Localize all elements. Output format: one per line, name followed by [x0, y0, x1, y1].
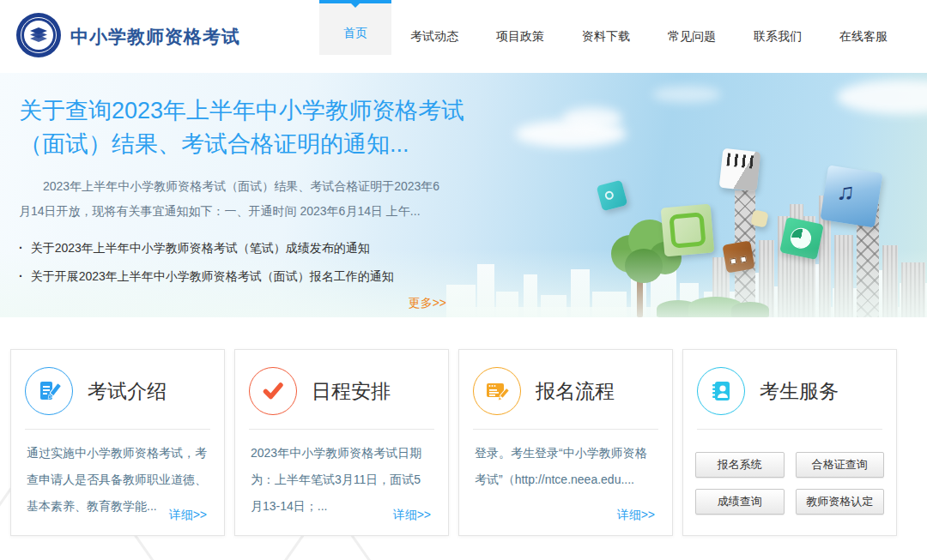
- contact-book-icon: [697, 367, 745, 415]
- card-schedule: 日程安排 2023年中小学教师资格考试日期为：上半年笔试3月11日，面试5月13…: [234, 349, 449, 536]
- nav-item-faq[interactable]: 常见问题: [649, 0, 735, 73]
- nav-item-policies[interactable]: 项目政策: [477, 0, 563, 73]
- teacher-certification-button[interactable]: 教师资格认定: [796, 489, 885, 515]
- news-link[interactable]: 关于开展2023年上半年中小学教师资格考试（面试）报名工作的通知: [19, 262, 470, 291]
- more-link[interactable]: 更多>>: [409, 296, 446, 310]
- pencil-document-icon: [25, 367, 73, 415]
- checkmark-icon: [249, 367, 297, 415]
- hero-news-list: 关于2023年上半年中小学教师资格考试（笔试）成绩发布的通知 关于开展2023年…: [19, 234, 470, 291]
- news-link[interactable]: 关于2023年上半年中小学教师资格考试（笔试）成绩发布的通知: [19, 234, 470, 262]
- registration-system-button[interactable]: 报名系统: [695, 452, 785, 478]
- nav-item-contact[interactable]: 联系我们: [735, 0, 821, 73]
- detail-link[interactable]: 详细>>: [393, 508, 431, 523]
- divider: [697, 429, 882, 430]
- cloud: [652, 86, 721, 103]
- card-title: 考生服务: [760, 378, 839, 405]
- card-title: 考试介绍: [88, 378, 167, 405]
- header: 中小学教师资格考试 首页 考试动态 项目政策 资料下载 常见问题 联系我们 在线…: [0, 0, 927, 73]
- nav-item-downloads[interactable]: 资料下载: [563, 0, 649, 73]
- nav-item-online-service[interactable]: 在线客服: [821, 0, 906, 73]
- brand[interactable]: 中小学教师资格考试: [15, 12, 240, 62]
- divider: [25, 429, 210, 430]
- divider: [249, 429, 434, 430]
- card-head: 考试介绍: [11, 350, 224, 426]
- card-head: 报名流程: [459, 350, 672, 426]
- more-row: 更多>>: [19, 295, 446, 311]
- cloud: [562, 107, 622, 129]
- divider: [473, 429, 658, 430]
- detail-link[interactable]: 详细>>: [617, 508, 655, 523]
- card-head: 日程安排: [235, 350, 448, 426]
- service-buttons: 报名系统 合格证查询 成绩查询 教师资格认定: [695, 452, 884, 515]
- hero-title-link[interactable]: 关于查询2023年上半年中小学教师资格考试（面试）结果、考试合格证明的通知...: [19, 94, 470, 161]
- card-title: 报名流程: [536, 378, 615, 405]
- nav-item-exam-news[interactable]: 考试动态: [391, 0, 477, 73]
- card-candidate-services: 考生服务 报名系统 合格证查询 成绩查询 教师资格认定: [682, 349, 897, 536]
- card-head: 考生服务: [683, 350, 896, 426]
- card-registration-process: 报名流程 登录。考生登录“中小学教师资格考试”（http://ntce.neea…: [458, 349, 673, 536]
- main-nav: 首页 考试动态 项目政策 资料下载 常见问题 联系我们 在线客服: [319, 0, 927, 73]
- floating-cube-piano: [719, 148, 761, 191]
- floating-cube-music: ♫: [820, 165, 882, 227]
- detail-link[interactable]: 详细>>: [169, 508, 207, 523]
- hero-content: 关于查询2023年上半年中小学教师资格考试（面试）结果、考试合格证明的通知...…: [19, 73, 470, 311]
- music-note-icon: ♫: [835, 178, 856, 207]
- site-title: 中小学教师资格考试: [70, 25, 240, 49]
- browser-edit-icon: [473, 367, 521, 415]
- card-exam-intro: 考试介绍 通过实施中小学教师资格考试，考查申请人是否具备教师职业道德、基本素养、…: [10, 349, 225, 536]
- score-query-button[interactable]: 成绩查询: [695, 489, 785, 515]
- feature-cards: 考试介绍 通过实施中小学教师资格考试，考查申请人是否具备教师职业道德、基本素养、…: [0, 317, 927, 536]
- card-title: 日程安排: [312, 378, 391, 405]
- book-emblem-icon: [15, 12, 62, 62]
- nav-item-home[interactable]: 首页: [319, 0, 391, 55]
- hero-summary: 2023年上半年中小学教师资格考试（面试）结果、考试合格证明于2023年6月14…: [19, 174, 448, 224]
- hero-banner: ♫ 关于查询2023年上半年中小学教师资格考试（面试）结果、考试合格证明的通知.…: [0, 73, 927, 317]
- certificate-query-button[interactable]: 合格证查询: [796, 452, 885, 478]
- card-text: 登录。考生登录“中小学教师资格考试”（http://ntce.neea.edu.…: [475, 440, 657, 493]
